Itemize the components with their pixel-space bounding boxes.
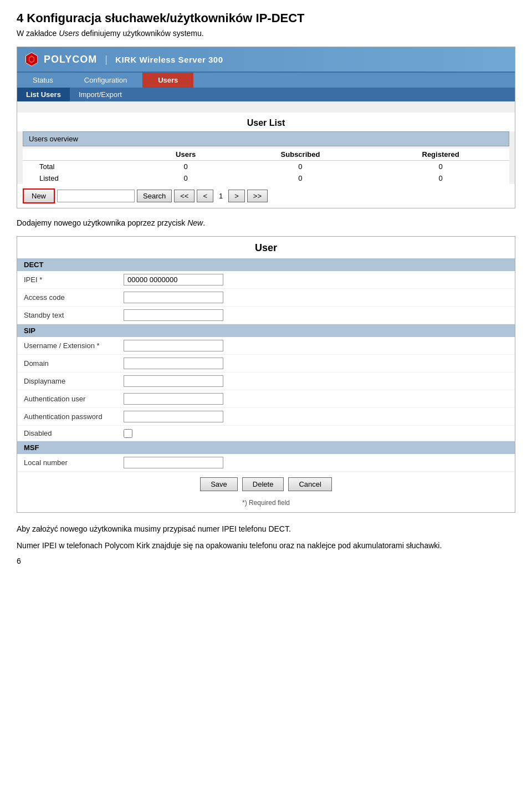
col-users-header: Users (142, 149, 228, 161)
save-button[interactable]: Save (200, 477, 238, 491)
auth-user-input[interactable] (124, 393, 223, 405)
form-actions: Save Delete Cancel (17, 472, 515, 497)
access-code-row: Access code (17, 289, 515, 307)
required-note: *) Required field (17, 497, 515, 512)
desc-post: . (203, 218, 205, 227)
table-row: Listed 0 0 0 (23, 172, 509, 184)
nav-status[interactable]: Status (17, 73, 69, 88)
page-subtitle: W zakładce Users definiujemy użytkownikó… (17, 29, 515, 38)
ipei-input[interactable] (124, 274, 223, 285)
auth-password-input[interactable] (124, 411, 223, 422)
page-heading: 4 Konfiguracja słuchawek/użytkowników IP… (17, 11, 515, 25)
user-form-title: User (17, 237, 515, 258)
access-code-label: Access code (24, 293, 124, 302)
polycom-header: POLYCOM | KIRK Wireless Server 300 (17, 47, 515, 73)
subnav-import-export[interactable]: Import/Export (70, 88, 131, 101)
col-label-empty (23, 149, 142, 161)
search-input[interactable] (57, 190, 135, 202)
nav-configuration[interactable]: Configuration (69, 73, 142, 88)
col-registered-header: Registered (372, 149, 509, 161)
standby-text-label: Standby text (24, 311, 124, 319)
nav-bar: Status Configuration Users (17, 73, 515, 88)
ipei-row: IPEI * (17, 271, 515, 289)
local-number-label: Local number (24, 458, 124, 467)
displayname-row: Displayname (17, 373, 515, 390)
header-divider: | (105, 54, 108, 65)
row-total-registered: 0 (372, 161, 509, 173)
new-button[interactable]: New (23, 188, 55, 203)
domain-row: Domain (17, 355, 515, 373)
auth-password-label: Authentication password (24, 412, 124, 421)
user-list-screenshot: POLYCOM | KIRK Wireless Server 300 Statu… (17, 47, 515, 208)
dect-group-header: DECT (17, 258, 515, 271)
row-total-label: Total (23, 161, 142, 173)
toolbar: New Search << < 1 > >> (17, 184, 515, 208)
username-input[interactable] (124, 340, 223, 351)
subtitle-pre: W zakładce (17, 29, 59, 38)
displayname-label: Displayname (24, 377, 124, 385)
bottom-text-2: Numer IPEI w telefonach Polycom Kirk zna… (17, 539, 515, 552)
page-number-label: 6 (17, 557, 515, 565)
polycom-product-text: KIRK Wireless Server 300 (115, 55, 223, 64)
subtitle-em: Users (59, 29, 79, 38)
auth-user-row: Authentication user (17, 390, 515, 408)
user-list-title: User List (17, 113, 515, 131)
row-total-users: 0 (142, 161, 228, 173)
username-row: Username / Extension * (17, 337, 515, 355)
standby-text-input[interactable] (124, 309, 223, 321)
displayname-input[interactable] (124, 375, 223, 387)
row-total-subscribed: 0 (229, 161, 372, 173)
local-number-row: Local number (17, 454, 515, 472)
page-first-button[interactable]: << (174, 190, 195, 202)
row-listed-registered: 0 (372, 172, 509, 184)
sip-group-header: SIP (17, 324, 515, 337)
user-form-screenshot: User DECT IPEI * Access code Standby tex… (17, 236, 515, 513)
desc-em: New (187, 218, 203, 227)
row-listed-label: Listed (23, 172, 142, 184)
row-listed-subscribed: 0 (229, 172, 372, 184)
domain-input[interactable] (124, 358, 223, 369)
nav-users[interactable]: Users (142, 73, 193, 88)
polycom-logo-area: POLYCOM | KIRK Wireless Server 300 (24, 52, 223, 67)
desc-pre: Dodajemy nowego użytkownika poprzez przy… (17, 218, 187, 227)
msf-group-header: MSF (17, 441, 515, 454)
auth-password-row: Authentication password (17, 408, 515, 426)
subtitle-post: definiujemy użytkowników systemu. (79, 29, 204, 38)
auth-user-label: Authentication user (24, 395, 124, 403)
username-label: Username / Extension * (24, 341, 124, 350)
page-last-button[interactable]: >> (247, 190, 268, 202)
disabled-row: Disabled (17, 426, 515, 441)
page-prev-button[interactable]: < (197, 190, 213, 202)
domain-label: Domain (24, 359, 124, 368)
users-overview-bar: Users overview (23, 131, 509, 146)
polycom-logo-text: POLYCOM (44, 54, 97, 65)
polycom-logo-icon (24, 52, 39, 67)
ipei-label: IPEI * (24, 276, 124, 284)
bottom-text-1: Aby założyć nowego użytkownika musimy pr… (17, 523, 515, 535)
desc-text: Dodajemy nowego użytkownika poprzez przy… (17, 218, 515, 227)
subnav-list-users[interactable]: List Users (17, 88, 70, 101)
row-listed-users: 0 (142, 172, 228, 184)
local-number-input[interactable] (124, 457, 223, 468)
access-code-input[interactable] (124, 292, 223, 303)
disabled-label: Disabled (24, 429, 124, 437)
stats-table: Users Subscribed Registered Total 0 0 0 … (23, 149, 509, 184)
delete-button[interactable]: Delete (242, 477, 284, 491)
search-button[interactable]: Search (137, 190, 172, 202)
page-next-button[interactable]: > (228, 190, 245, 202)
page-number: 1 (216, 192, 226, 200)
col-subscribed-header: Subscribed (229, 149, 372, 161)
table-row: Total 0 0 0 (23, 161, 509, 173)
cancel-button[interactable]: Cancel (288, 477, 331, 491)
sub-nav-bar: List Users Import/Export (17, 88, 515, 101)
standby-text-row: Standby text (17, 307, 515, 324)
disabled-checkbox[interactable] (124, 429, 132, 438)
